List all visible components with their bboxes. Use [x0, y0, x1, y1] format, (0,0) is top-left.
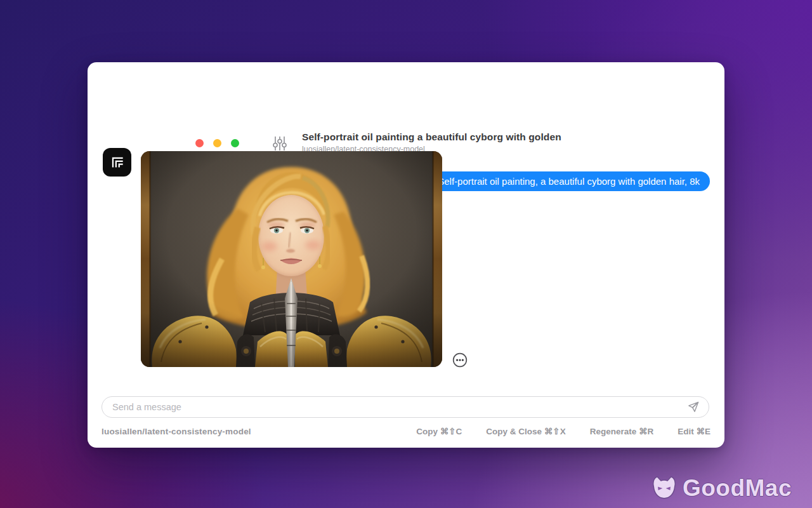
edit-label: Edit: [678, 427, 694, 436]
goodmac-watermark: GoodMac: [650, 474, 792, 503]
regenerate-label: Regenerate: [590, 427, 637, 436]
message-options-button[interactable]: [452, 352, 468, 368]
footer-model-name: luosiallen/latent-consistency-model: [102, 427, 251, 436]
send-button[interactable]: [686, 399, 701, 415]
avatar: [103, 148, 131, 177]
regenerate-button[interactable]: Regenerate ⌘R: [590, 426, 654, 436]
message-input[interactable]: [112, 402, 686, 412]
ellipsis-icon: [452, 352, 468, 368]
desktop: { "window": { "header": { "title": "Self…: [0, 0, 812, 508]
minimize-button[interactable]: [213, 139, 221, 147]
edit-shortcut: ⌘E: [696, 427, 710, 436]
copy-close-label: Copy & Close: [486, 427, 542, 436]
copy-label: Copy: [416, 427, 438, 436]
copy-button[interactable]: Copy ⌘⇧C: [416, 426, 462, 436]
page-title: Self-portrait oil painting a beautiful c…: [302, 131, 759, 143]
traffic-lights: [195, 139, 239, 147]
edit-button[interactable]: Edit ⌘E: [678, 426, 710, 436]
app-window: Self-portrait oil painting a beautiful c…: [88, 62, 724, 448]
copy-close-button[interactable]: Copy & Close ⌘⇧X: [486, 426, 565, 436]
message-composer: [102, 396, 709, 418]
paper-plane-icon: [687, 401, 700, 413]
zoom-button[interactable]: [231, 139, 239, 147]
footer-actions: Copy ⌘⇧C Copy & Close ⌘⇧X Regenerate ⌘R …: [416, 426, 710, 436]
cat-face-icon: [650, 474, 679, 503]
regenerate-shortcut: ⌘R: [639, 427, 653, 436]
copy-shortcut: ⌘⇧C: [440, 427, 462, 436]
window-footer: luosiallen/latent-consistency-model Copy…: [102, 425, 710, 438]
replicate-logo-icon: [109, 154, 126, 171]
generated-image[interactable]: [141, 151, 442, 367]
window-header: Self-portrait oil painting a beautiful c…: [302, 131, 759, 154]
user-message-bubble[interactable]: Self-portrait oil painting, a beautiful …: [428, 171, 710, 191]
close-button[interactable]: [195, 139, 204, 147]
copy-close-shortcut: ⌘⇧X: [544, 427, 566, 436]
watermark-brand: GoodMac: [683, 475, 792, 502]
